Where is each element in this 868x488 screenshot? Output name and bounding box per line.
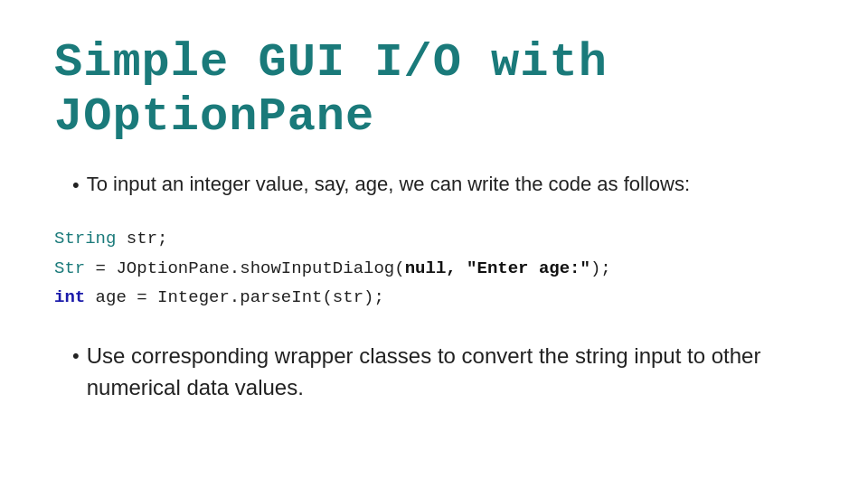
bullet-1: • To input an integer value, say, age, w… [72, 170, 814, 200]
title-line1: Simple GUI I/O with [54, 36, 608, 89]
code-line-2: Str = JOptionPane.showInputDialog(null, … [54, 254, 814, 283]
slide-title: Simple GUI I/O with JOptionPane [54, 36, 814, 145]
code-block: String str; Str = JOptionPane.showInputD… [54, 224, 814, 312]
bullet-1-marker: • [72, 171, 80, 200]
bullet-2: • Use corresponding wrapper classes to c… [72, 341, 814, 404]
code-line-1: String str; [54, 224, 814, 253]
code-line-3: int age = Integer.parseInt(str); [54, 283, 814, 312]
slide: Simple GUI I/O with JOptionPane • To inp… [0, 0, 868, 488]
bullet-2-marker: • [72, 342, 80, 371]
bullet-1-text: To input an integer value, say, age, we … [87, 170, 814, 199]
title-line2: JOptionPane [54, 90, 374, 144]
bullet-2-text: Use corresponding wrapper classes to con… [87, 341, 814, 404]
